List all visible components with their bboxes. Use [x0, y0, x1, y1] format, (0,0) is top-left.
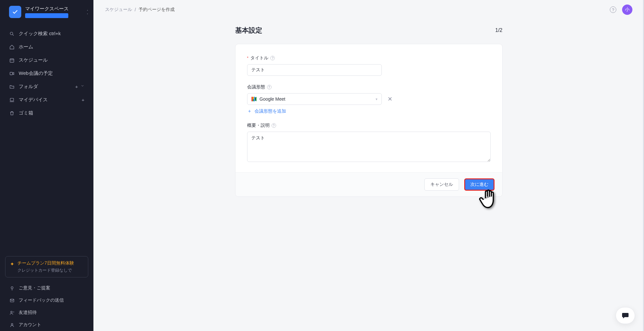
svg-point-17 — [11, 323, 13, 325]
description-textarea[interactable] — [247, 132, 491, 162]
svg-rect-6 — [10, 72, 13, 75]
title-input[interactable] — [247, 64, 382, 76]
nav-schedule[interactable]: スケジュール — [0, 54, 93, 67]
svg-point-10 — [11, 286, 13, 288]
nav-quick-search[interactable]: クイック検索 ctrl+k — [0, 27, 93, 40]
home-icon — [9, 44, 15, 50]
page-header: 基本設定 1/2 — [235, 26, 503, 35]
chat-fab[interactable] — [616, 307, 635, 324]
bulb-icon — [9, 285, 15, 291]
device-icon — [9, 97, 15, 103]
nav-label: クイック検索 ctrl+k — [19, 31, 61, 37]
svg-rect-18 — [251, 97, 253, 101]
svg-rect-2 — [10, 59, 14, 62]
nav-label: ホーム — [19, 44, 33, 50]
help-icon[interactable]: ? — [610, 6, 616, 13]
clear-meeting-icon[interactable]: ✕ — [388, 96, 392, 102]
envelope-icon — [9, 297, 15, 303]
svg-point-0 — [10, 32, 13, 35]
required-mark: * — [247, 56, 249, 60]
video-icon — [9, 71, 15, 76]
workspace-selection-bar — [25, 13, 68, 18]
svg-rect-21 — [254, 97, 255, 101]
workspace-title: マイワークスペース — [25, 6, 69, 12]
trial-title: チームプラン7日間無料体験 — [17, 260, 74, 266]
meeting-type-select[interactable]: Google Meet ▾ — [247, 93, 382, 105]
nav-label: ゴミ箱 — [19, 110, 33, 116]
cancel-button[interactable]: キャンセル — [424, 178, 459, 191]
folder-expand-icon[interactable] — [81, 84, 84, 89]
breadcrumb-separator: / — [135, 7, 136, 12]
nav-invite[interactable]: 友達招待 — [0, 306, 93, 319]
chevron-down-icon: ▾ — [376, 97, 378, 101]
nav-label: ご意見・ご提案 — [19, 285, 50, 291]
field-title: * タイトル ? — [247, 55, 491, 76]
nav-account[interactable]: アカウント — [0, 319, 93, 331]
workspace-logo — [9, 6, 21, 18]
description-label: 概要・説明 — [247, 123, 270, 128]
footer-nav: ご意見・ご提案 フィードバックの送信 友達招待 アカウント — [0, 282, 93, 331]
card-footer: キャンセル 次に進む — [235, 172, 502, 196]
nav-label: スケジュール — [19, 57, 48, 63]
nav-send-feedback[interactable]: フィードバックの送信 — [0, 294, 93, 306]
user-icon — [9, 322, 15, 328]
workspace-switcher[interactable]: マイワークスペース ·· — [0, 0, 93, 23]
search-icon — [9, 31, 15, 37]
breadcrumb-current: 予約ページを作成 — [139, 7, 175, 13]
trial-banner[interactable]: ✦ チームプラン7日間無料体験 クレジットカード登録なしで — [5, 256, 88, 277]
nav-web-meeting[interactable]: Web会議の予定 — [0, 67, 93, 80]
calendar-icon — [9, 57, 15, 63]
help-hint-icon[interactable]: ? — [267, 85, 272, 89]
step-indicator: 1/2 — [495, 27, 502, 33]
trial-subtitle: クレジットカード登録なしで — [17, 267, 74, 273]
nav-label: Web会議の予定 — [19, 70, 53, 76]
page-title: 基本設定 — [235, 26, 262, 35]
invite-icon — [9, 310, 15, 316]
folder-icon — [9, 84, 15, 90]
svg-marker-7 — [13, 72, 14, 75]
nav-label: フィードバックの送信 — [19, 297, 64, 303]
sidebar: マイワークスペース ·· クイック検索 ctrl+k ホーム スケジュール We… — [0, 0, 93, 331]
add-meeting-label: 会議形態を追加 — [255, 108, 286, 114]
plus-icon: ＋ — [247, 108, 252, 114]
nav-label: アカウント — [19, 322, 41, 328]
nav-my-device[interactable]: マイデバイス + — [0, 93, 93, 106]
next-button[interactable]: 次に進む — [464, 178, 495, 191]
svg-rect-20 — [253, 99, 254, 101]
nav-label: フォルダ — [19, 84, 38, 90]
nav-label: 友達招待 — [19, 310, 37, 316]
content: 基本設定 1/2 * タイトル ? 会議形態 — [93, 19, 644, 331]
workspace-menu-icon[interactable]: ·· — [87, 9, 88, 15]
workspace-meta: マイワークスペース — [25, 6, 69, 18]
svg-rect-8 — [10, 98, 14, 101]
nav-feedback-idea[interactable]: ご意見・ご提案 — [0, 282, 93, 294]
nav-label: マイデバイス — [19, 97, 48, 103]
primary-nav: クイック検索 ctrl+k ホーム スケジュール Web会議の予定 フォルダ +… — [0, 23, 93, 124]
add-meeting-type[interactable]: ＋ 会議形態を追加 — [247, 108, 491, 114]
settings-card: * タイトル ? 会議形態 ? — [235, 44, 503, 197]
svg-rect-19 — [253, 97, 254, 99]
device-add-icon[interactable]: + — [82, 97, 84, 103]
meeting-selected-label: Google Meet — [260, 96, 285, 102]
nav-folder[interactable]: フォルダ + — [0, 80, 93, 93]
breadcrumb-schedule[interactable]: スケジュール — [105, 7, 132, 13]
title-label: タイトル — [250, 55, 268, 61]
field-description: 概要・説明 ? — [247, 123, 491, 163]
help-hint-icon[interactable]: ? — [272, 123, 276, 128]
google-meet-icon — [251, 97, 257, 101]
folder-add-icon[interactable]: + — [75, 84, 78, 89]
svg-point-14 — [11, 311, 12, 313]
trash-icon — [9, 110, 15, 116]
svg-marker-22 — [255, 97, 256, 101]
nav-home[interactable]: ホーム — [0, 40, 93, 54]
nav-trash[interactable]: ゴミ箱 — [0, 106, 93, 120]
meeting-label: 会議形態 — [247, 84, 265, 90]
chat-icon — [621, 312, 630, 319]
topbar: スケジュール / 予約ページを作成 ? 小 — [93, 0, 644, 19]
field-meeting-type: 会議形態 ? — [247, 84, 491, 114]
svg-line-1 — [13, 35, 14, 35]
avatar[interactable]: 小 — [622, 5, 632, 15]
sparkle-icon: ✦ — [10, 261, 14, 267]
help-hint-icon[interactable]: ? — [270, 56, 275, 60]
main-area: スケジュール / 予約ページを作成 ? 小 基本設定 1/2 * タイトル ? — [93, 0, 644, 331]
